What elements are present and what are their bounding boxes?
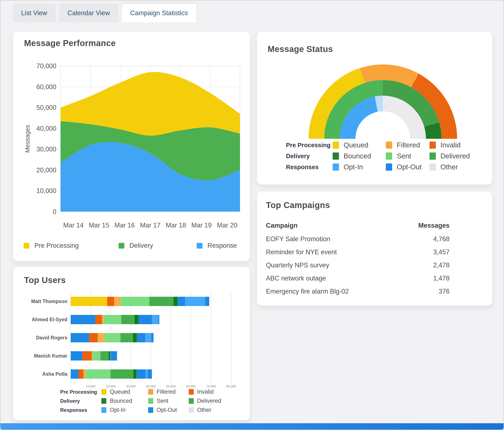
y-tick-label: 50,000 [36,104,56,111]
legend-item-sent: Sent [148,398,189,404]
bar-segment-filtered [92,351,92,360]
legend-item-delivered: Delivered [189,398,221,404]
other-swatch [189,407,194,413]
campaign-messages: 1,478 [433,274,450,282]
legend-item-pre-processing: Pre Processing [24,242,79,249]
opt-out-swatch [148,407,153,413]
bar-segment-opt-in [185,297,205,306]
y-tick-label: 40,000 [36,125,56,132]
filtered-swatch [386,141,392,149]
users-x-tick-label: 60,000 [186,384,196,388]
bar-segment-opt-out [151,333,153,342]
campaign-messages: 4,768 [433,235,450,243]
legend-item-queued: Queued [101,389,148,395]
x-tick-label: Mar 16 [114,221,135,229]
queued-swatch [101,389,106,395]
campaign-name: EOFY Sale Promotion [266,235,330,243]
invalid-swatch [430,141,436,149]
bar-segment-opt-out [71,315,95,324]
bar-segment-invalid [95,315,102,324]
legend-label: Opt-In [344,163,363,171]
legend-label: Filtered [397,141,420,149]
y-axis-label: Messages [24,125,31,153]
user-name-label: Ahmed El-Syed [32,317,67,322]
tab-list-view[interactable]: List View [13,4,56,22]
bar-segment-invalid [89,333,98,342]
bar-segment-opt-in [146,369,148,379]
bar-segment-invalid [82,351,92,360]
users-x-tick-label: 30,000 [126,384,136,388]
column-header-campaign: Campaign [266,222,297,229]
user-name-label: Asha Potla [42,371,67,377]
legend-item-filtered: Filtered [148,389,189,395]
legend-group-pre-processing: Pre Processing [60,389,101,395]
bar-segment-sent [92,351,100,360]
campaign-name: Reminder for NYE event [266,248,337,256]
pre-processing-swatch [24,243,29,248]
users-x-tick-label: - [70,384,71,388]
bar-segment-sent [121,297,149,306]
legend-label: Other [441,163,458,171]
sent-swatch [386,153,392,160]
legend-group-responses: Responses [60,407,101,413]
bounced-swatch [101,398,106,404]
campaign-messages: 2,478 [433,261,450,269]
users-x-tick-label: 70,000 [206,384,216,388]
message-performance-card: Message Performance 70,00060,00050,00040… [13,32,250,261]
bar-segment-sent [85,369,111,379]
bar-segment-opt-out [148,369,152,379]
bar-segment-bounced [133,333,137,342]
tab-campaign-statistics[interactable]: Campaign Statistics [122,4,197,22]
user-name-label: David Rogers [36,335,67,340]
bar-segment-bounced [135,315,138,324]
y-tick-label: 0 [53,208,56,215]
bar-segment-opt-out [205,297,209,306]
legend-item-opt-out: Opt-Out [148,407,189,413]
bar-segment-opt-out [136,369,146,379]
legend-label: Bounced [344,152,371,160]
x-tick-label: Mar 18 [166,221,186,229]
y-tick-label: 10,000 [36,187,56,194]
user-name-label: Matt Thompson [31,299,67,304]
legend-label: Delivery [129,242,153,249]
dashboard-screen: List ViewCalendar ViewCampaign Statistic… [0,0,504,430]
sent-swatch [148,398,153,404]
x-tick-label: Mar 17 [140,221,160,229]
legend-group-pre-processing: Pre Processing [286,142,333,149]
x-tick-label: Mar 15 [89,221,109,229]
legend-label: Sent [397,152,411,160]
tab-bar: List ViewCalendar ViewCampaign Statistic… [13,4,197,22]
top-users-legend: Pre ProcessingQueuedFilteredInvalidDeliv… [60,389,221,413]
table-row: Emergency fire alarm Blg-02376 [266,285,450,298]
bar-segment-delivered [149,297,173,306]
message-status-legend: Pre ProcessingQueuedFilteredInvalidDeliv… [286,141,470,171]
bar-segment-opt-out [178,297,185,306]
top-campaigns-title: Top Campaigns [266,201,330,210]
campaign-name: ABC network outage [266,274,326,282]
table-row: ABC network outage1,478 [266,272,450,285]
bar-segment-filtered [98,333,104,342]
bar-segment-sent [104,315,121,324]
legend-label: Queued [344,141,368,149]
bar-segment-opt-out [159,315,159,324]
top-campaigns-table: CampaignMessagesEOFY Sale Promotion4,768… [266,219,450,298]
y-tick-label: 60,000 [36,83,56,91]
x-tick-label: Mar 20 [217,221,237,229]
bar-segment-filtered [114,297,120,306]
campaign-name: Emergency fire alarm Blg-02 [266,288,349,295]
x-tick-label: Mar 14 [63,221,83,229]
table-row: Reminder for NYE event3,457 [266,246,450,259]
column-header-messages: Messages [418,222,450,229]
campaign-messages: 376 [439,288,450,295]
bar-segment-opt-out [111,351,117,360]
tab-calendar-view[interactable]: Calendar View [59,4,118,22]
legend-item-opt-out: Opt-Out [386,163,430,171]
bar-segment-delivered [100,351,109,360]
legend-label: Response [207,242,237,249]
bar-segment-delivered [121,315,135,324]
legend-label: Filtered [157,389,176,395]
queued-swatch [333,141,339,149]
users-x-tick-label: 10,000 [86,384,96,388]
legend-group-delivery: Delivery [60,398,101,404]
legend-label: Pre Processing [34,242,79,249]
